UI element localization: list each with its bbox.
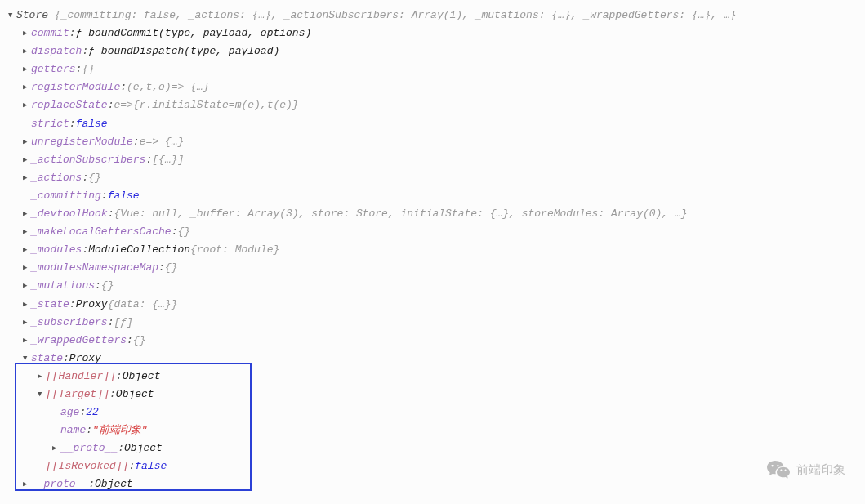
age-row[interactable]: age : 22: [8, 404, 857, 421]
property-key: _mutations: [31, 277, 95, 295]
triangle-right-icon: ▶: [23, 46, 31, 58]
store-proto-row[interactable]: ▶ __proto__ : Object: [8, 475, 857, 493]
property-value: e=> {…}: [140, 133, 185, 151]
property-row[interactable]: ▶_mutations: {}: [8, 277, 857, 295]
property-value: "前端印象": [92, 421, 148, 439]
watermark: 前端印象: [767, 459, 845, 480]
property-value: [{…}]: [152, 151, 184, 169]
property-value: ƒ boundDispatch(type, payload): [88, 42, 279, 60]
triangle-right-icon: ▶: [23, 479, 31, 491]
triangle-right-icon: ▶: [52, 443, 60, 455]
property-row[interactable]: ▶_modules: ModuleCollection {root: Modul…: [8, 241, 857, 259]
triangle-down-icon: ▼: [8, 10, 16, 22]
triangle-down-icon: ▼: [38, 389, 46, 401]
property-value: {}: [82, 60, 95, 78]
state-row[interactable]: ▼ state : Proxy: [8, 350, 857, 368]
property-value: {}: [101, 277, 114, 295]
property-key: commit: [31, 25, 69, 42]
property-value: {}: [88, 169, 101, 187]
property-key: registerModule: [31, 78, 120, 96]
triangle-right-icon: ▶: [23, 244, 31, 256]
property-value: Object: [124, 439, 163, 457]
property-key: state: [31, 350, 63, 368]
triangle-right-icon: ▶: [38, 371, 46, 383]
property-value: false: [135, 457, 167, 475]
property-value: ƒ boundCommit(type, payload, options): [76, 25, 312, 42]
isrevoked-row[interactable]: [[IsRevoked]] : false: [8, 457, 857, 475]
triangle-right-icon: ▶: [23, 226, 31, 239]
property-key: _subscribers: [31, 314, 108, 332]
store-header-row[interactable]: ▼ Store {_committing: false, _actions: {…: [8, 7, 857, 25]
property-key: name: [60, 421, 86, 439]
property-row[interactable]: ▶_subscribers: [ƒ]: [8, 314, 857, 332]
property-value: e=>{r.initialState=m(e),t(e)}: [114, 96, 298, 114]
property-row[interactable]: ▶registerModule: (e,t,o)=> {…}: [8, 78, 857, 96]
property-row[interactable]: ▶_modulesNamespaceMap: {}: [8, 259, 857, 277]
handler-row[interactable]: ▶ [[Handler]] : Object: [8, 368, 857, 386]
property-key: age: [60, 404, 79, 421]
target-row[interactable]: ▼ [[Target]] : Object: [8, 386, 857, 404]
target-proto-row[interactable]: ▶ __proto__ : Object: [8, 439, 857, 457]
internal-slot-key: [[Handler]]: [46, 368, 116, 386]
triangle-right-icon: ▶: [23, 299, 31, 311]
property-value: Proxy: [69, 350, 101, 368]
properties-list: ▶commit: ƒ boundCommit(type, payload, op…: [8, 25, 857, 350]
property-key: _modulesNamespaceMap: [31, 259, 158, 277]
property-row[interactable]: ▶unregisterModule: e=> {…}: [8, 133, 857, 151]
property-key: getters: [31, 60, 76, 78]
triangle-down-icon: ▼: [23, 353, 31, 365]
property-row[interactable]: ▶_wrappedGetters: {}: [8, 332, 857, 350]
property-row[interactable]: ▶_makeLocalGettersCache: {}: [8, 223, 857, 241]
property-row[interactable]: ▶_actionSubscribers: [{…}]: [8, 151, 857, 169]
property-value: {}: [133, 332, 146, 350]
property-value: false: [108, 187, 140, 205]
property-key: _actionSubscribers: [31, 151, 145, 169]
triangle-right-icon: ▶: [23, 172, 31, 185]
property-value: Object: [123, 368, 161, 386]
object-class-name: Store: [16, 7, 48, 25]
property-key: replaceState: [31, 96, 108, 114]
triangle-right-icon: ▶: [23, 280, 31, 292]
property-key: _state: [31, 296, 69, 314]
internal-slot-key: [[Target]]: [46, 386, 109, 404]
property-key: _committing: [31, 187, 101, 205]
property-row[interactable]: strict: false: [8, 115, 857, 133]
property-value: {root: Module}: [190, 241, 279, 259]
property-row[interactable]: ▶replaceState: e=>{r.initialState=m(e),t…: [8, 96, 857, 114]
property-value: (e,t,o)=> {…}: [127, 78, 209, 96]
object-preview: {_committing: false, _actions: {…}, _act…: [55, 7, 737, 25]
property-row[interactable]: ▶getters: {}: [8, 60, 857, 78]
property-key: strict: [31, 115, 69, 133]
internal-slot-key: [[IsRevoked]]: [46, 457, 128, 475]
property-value: {Vue: null, _buffer: Array(3), store: St…: [114, 205, 687, 223]
property-key: dispatch: [31, 42, 82, 60]
property-value: {}: [165, 259, 178, 277]
property-key: _modules: [31, 241, 82, 259]
property-row[interactable]: _committing: false: [8, 187, 857, 205]
wechat-icon: [767, 459, 790, 479]
triangle-right-icon: ▶: [23, 28, 31, 40]
property-value: false: [76, 115, 108, 133]
triangle-right-icon: ▶: [23, 335, 31, 347]
property-row[interactable]: ▶_devtoolHook: {Vue: null, _buffer: Arra…: [8, 205, 857, 223]
name-row[interactable]: name : "前端印象": [8, 421, 857, 439]
watermark-text: 前端印象: [796, 459, 845, 480]
triangle-right-icon: ▶: [23, 317, 31, 329]
property-row[interactable]: ▶dispatch: ƒ boundDispatch(type, payload…: [8, 42, 857, 60]
property-row[interactable]: ▶commit: ƒ boundCommit(type, payload, op…: [8, 25, 857, 42]
triangle-right-icon: ▶: [23, 154, 31, 167]
property-row[interactable]: ▶_state: Proxy {data: {…}}: [8, 296, 857, 314]
triangle-right-icon: ▶: [23, 100, 31, 112]
property-key: __proto__: [31, 475, 88, 493]
property-row[interactable]: ▶_actions: {}: [8, 169, 857, 187]
triangle-right-icon: ▶: [23, 64, 31, 76]
property-key: _actions: [31, 169, 82, 187]
property-key: unregisterModule: [31, 133, 133, 151]
property-key: _devtoolHook: [31, 205, 108, 223]
property-value: {}: [177, 223, 190, 241]
triangle-right-icon: ▶: [23, 262, 31, 274]
triangle-right-icon: ▶: [23, 136, 31, 149]
property-key: _wrappedGetters: [31, 332, 127, 350]
property-key: __proto__: [60, 439, 118, 457]
property-key: _makeLocalGettersCache: [31, 223, 172, 241]
